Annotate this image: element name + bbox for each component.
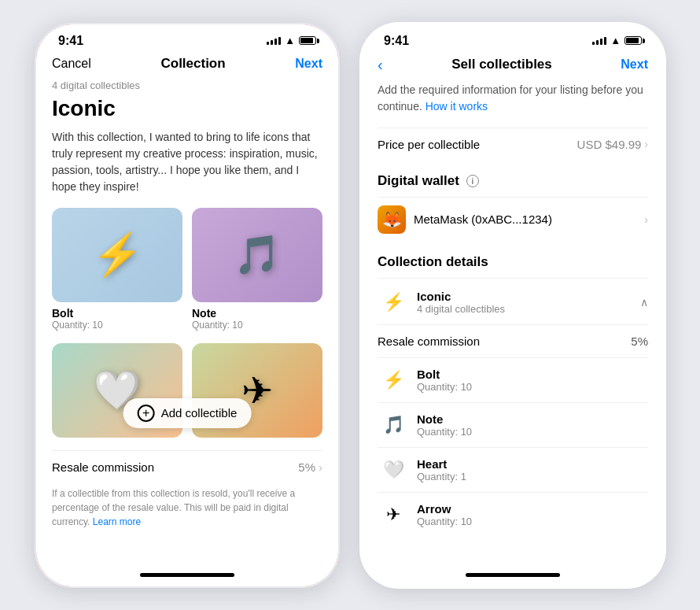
nav-title-right: Sell collectibles: [451, 57, 552, 72]
signal-icon-right: [592, 37, 606, 45]
wallet-info: 🦊 MetaMask (0xABC...1234): [378, 205, 552, 234]
collection-thumb: ⚡: [378, 287, 409, 318]
collection-subtitle: 4 digital collectibles: [52, 79, 322, 91]
add-collectible-button[interactable]: + Add collectible: [123, 398, 252, 428]
resale-label-left: Resale commission: [52, 460, 154, 474]
note-list-icon: 🎵: [383, 415, 404, 435]
wallet-heading: Digital wallet i: [378, 173, 648, 189]
resale-value-right: 5%: [631, 335, 648, 348]
nft-thumb-note: 🎵: [378, 409, 409, 441]
home-indicator-right: [362, 564, 664, 586]
nft-list-item-note[interactable]: 🎵 Note Quantity: 10: [378, 402, 648, 447]
nft-item-qty-bolt: Quantity: 10: [417, 381, 648, 393]
nft-grid-bottom: 🤍 ✈ + Add collectible: [52, 343, 322, 438]
nft-info-bolt: Bolt Quantity: 10: [417, 368, 648, 393]
nft-qty-bolt: Quantity: 10: [52, 320, 182, 331]
nft-list: ⚡ Bolt Quantity: 10 🎵 Note Qu: [378, 357, 648, 537]
nft-name-bolt: Bolt: [52, 307, 182, 320]
nft-thumb-bolt: ⚡: [378, 364, 409, 396]
nft-item-qty-heart: Quantity: 1: [417, 471, 648, 482]
how-it-works-link[interactable]: How it works: [426, 100, 488, 113]
collection-info: Iconic 4 digital collectibles: [417, 290, 632, 315]
nft-grid-top: ⚡ Bolt Quantity: 10 🎵 Note Quantity: 10: [52, 208, 322, 331]
nft-card-bolt[interactable]: ⚡ Bolt Quantity: 10: [52, 208, 182, 331]
cancel-button[interactable]: Cancel: [52, 57, 91, 71]
nft-image-note: 🎵: [192, 208, 322, 302]
resale-value-left: 5% ›: [298, 460, 322, 474]
collection-count: 4 digital collectibles: [417, 303, 632, 315]
resale-row-right: Resale commission 5%: [378, 324, 648, 357]
nft-list-item-heart[interactable]: 🤍 Heart Quantity: 1: [378, 447, 648, 492]
wallet-row[interactable]: 🦊 MetaMask (0xABC...1234) ›: [378, 197, 648, 242]
learn-more-link[interactable]: Learn more: [93, 516, 141, 527]
resale-row-left[interactable]: Resale commission 5% ›: [52, 450, 322, 483]
resale-description: If a collectible from this collection is…: [52, 483, 322, 529]
nft-list-item-bolt[interactable]: ⚡ Bolt Quantity: 10: [378, 357, 648, 402]
signal-icon: [267, 37, 281, 45]
collection-item[interactable]: ⚡ Iconic 4 digital collectibles ∧: [378, 278, 648, 324]
nav-bar-right: ‹ Sell collectibles Next: [362, 53, 664, 82]
left-phone: 9:41 ▲ Cancel Collection Next: [34, 22, 341, 589]
wifi-icon: ▲: [285, 35, 295, 46]
nft-item-name-heart: Heart: [417, 457, 648, 471]
time-right: 9:41: [384, 34, 409, 48]
next-button-right[interactable]: Next: [621, 57, 648, 72]
next-button-left[interactable]: Next: [295, 57, 322, 71]
nft-info-arrow: Arrow Quantity: 10: [417, 502, 648, 527]
nft-list-item-arrow[interactable]: ✈ Arrow Quantity: 10: [378, 492, 648, 537]
collection-toggle-icon[interactable]: ∧: [640, 296, 648, 309]
resale-chevron-icon: ›: [319, 460, 322, 474]
status-bar-right: 9:41 ▲: [362, 24, 664, 53]
wallet-chevron-icon: ›: [644, 213, 648, 226]
price-value: USD $49.99 ›: [577, 138, 648, 151]
nft-thumb-heart: 🤍: [378, 454, 409, 486]
home-bar-right: [466, 573, 560, 577]
add-circle-icon: +: [138, 405, 155, 422]
nft-item-qty-note: Quantity: 10: [417, 426, 648, 438]
collection-details-heading: Collection details: [378, 254, 648, 270]
metamask-icon: 🦊: [378, 205, 406, 234]
nft-item-name-bolt: Bolt: [417, 368, 648, 381]
wallet-name: MetaMask (0xABC...1234): [414, 213, 552, 226]
nft-item-name-note: Note: [417, 412, 648, 426]
nft-card-note[interactable]: 🎵 Note Quantity: 10: [192, 208, 322, 331]
note-icon: 🎵: [234, 233, 281, 277]
price-chevron-icon: ›: [644, 138, 648, 150]
nft-info-heart: Heart Quantity: 1: [417, 457, 648, 482]
status-bar-left: 9:41 ▲: [36, 24, 338, 53]
home-indicator-left: [36, 564, 338, 586]
nft-info-note: Note Quantity: 10: [417, 412, 648, 438]
collection-title: Iconic: [52, 96, 322, 121]
nft-name-note: Note: [192, 307, 322, 320]
nav-bar-left: Cancel Collection Next: [36, 53, 338, 79]
back-button[interactable]: ‹: [378, 56, 383, 74]
bolt-list-icon: ⚡: [383, 370, 404, 390]
battery-icon: [299, 36, 316, 45]
battery-icon-right: [624, 36, 642, 45]
info-text: Add the required information for your li…: [378, 82, 648, 115]
add-collectible-label: Add collectible: [161, 406, 238, 420]
nft-item-name-arrow: Arrow: [417, 502, 648, 516]
right-phone: 9:41 ▲ ‹ Sell collectibles Next: [359, 22, 666, 589]
price-row[interactable]: Price per collectible USD $49.99 ›: [378, 128, 648, 161]
collection-name: Iconic: [417, 290, 632, 303]
home-bar-left: [140, 573, 234, 577]
collection-description: With this collection, I wanted to bring …: [52, 129, 322, 195]
nft-image-bolt: ⚡: [52, 208, 182, 302]
bolt-icon: ⚡: [92, 231, 143, 279]
nav-title-left: Collection: [160, 56, 225, 72]
status-icons-left: ▲: [267, 35, 316, 46]
price-label: Price per collectible: [378, 138, 480, 151]
time-left: 9:41: [58, 34, 83, 48]
wifi-icon-right: ▲: [610, 35, 621, 46]
collection-thumb-icon: ⚡: [383, 292, 404, 312]
arrow-list-icon: ✈: [386, 505, 400, 525]
status-icons-right: ▲: [592, 35, 642, 46]
scroll-content-right: Add the required information for your li…: [362, 82, 664, 564]
heart-list-icon: 🤍: [383, 460, 404, 480]
nft-qty-note: Quantity: 10: [192, 320, 322, 331]
scroll-content-left: 4 digital collectibles Iconic With this …: [36, 79, 338, 564]
nft-thumb-arrow: ✈: [378, 499, 409, 531]
info-icon[interactable]: i: [466, 175, 479, 187]
nft-item-qty-arrow: Quantity: 10: [417, 516, 648, 527]
